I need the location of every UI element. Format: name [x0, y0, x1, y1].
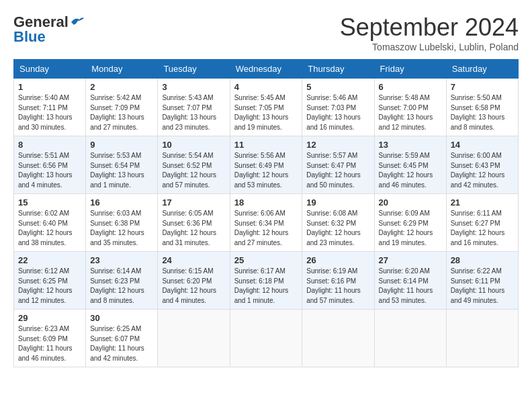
- day-number: 25: [234, 255, 298, 265]
- day-info: Sunrise: 6:22 AMSunset: 6:11 PMDaylight:…: [451, 267, 514, 306]
- calendar-day-cell: [230, 310, 302, 367]
- calendar-day-cell: 11Sunrise: 5:56 AMSunset: 6:49 PMDayligh…: [230, 136, 302, 194]
- day-number: 8: [18, 140, 81, 150]
- calendar-day-cell: 10Sunrise: 5:54 AMSunset: 6:52 PMDayligh…: [158, 136, 230, 194]
- day-number: 23: [90, 255, 153, 265]
- calendar-day-cell: 29Sunrise: 6:23 AMSunset: 6:09 PMDayligh…: [14, 310, 86, 367]
- calendar-day-cell: 25Sunrise: 6:17 AMSunset: 6:18 PMDayligh…: [230, 252, 302, 310]
- day-number: 21: [451, 197, 514, 208]
- day-info: Sunrise: 5:48 AMSunset: 7:00 PMDaylight:…: [379, 93, 442, 132]
- calendar-day-cell: 13Sunrise: 5:59 AMSunset: 6:45 PMDayligh…: [374, 136, 446, 194]
- day-number: 26: [306, 255, 369, 265]
- day-info: Sunrise: 5:53 AMSunset: 6:54 PMDaylight:…: [90, 151, 153, 190]
- day-number: 29: [18, 313, 81, 323]
- day-info: Sunrise: 6:05 AMSunset: 6:36 PMDaylight:…: [162, 209, 225, 248]
- col-header-sunday: Sunday: [14, 60, 86, 79]
- calendar-week-row: 29Sunrise: 6:23 AMSunset: 6:09 PMDayligh…: [14, 310, 519, 367]
- day-number: 3: [162, 82, 225, 92]
- day-info: Sunrise: 5:50 AMSunset: 6:58 PMDaylight:…: [451, 93, 514, 132]
- calendar-day-cell: 28Sunrise: 6:22 AMSunset: 6:11 PMDayligh…: [446, 252, 518, 310]
- calendar-day-cell: [374, 310, 446, 367]
- day-number: 2: [90, 82, 153, 92]
- calendar-week-row: 22Sunrise: 6:12 AMSunset: 6:25 PMDayligh…: [14, 252, 519, 310]
- calendar-day-cell: 5Sunrise: 5:46 AMSunset: 7:03 PMDaylight…: [302, 79, 374, 136]
- day-number: 18: [234, 197, 298, 208]
- calendar-day-cell: 20Sunrise: 6:09 AMSunset: 6:29 PMDayligh…: [374, 194, 446, 252]
- location-subtitle: Tomaszow Lubelski, Lublin, Poland: [340, 42, 519, 52]
- calendar-day-cell: 15Sunrise: 6:02 AMSunset: 6:40 PMDayligh…: [14, 194, 86, 252]
- day-info: Sunrise: 6:20 AMSunset: 6:14 PMDaylight:…: [379, 267, 442, 306]
- calendar-day-cell: 18Sunrise: 6:06 AMSunset: 6:34 PMDayligh…: [230, 194, 302, 252]
- calendar-day-cell: 16Sunrise: 6:03 AMSunset: 6:38 PMDayligh…: [86, 194, 158, 252]
- day-info: Sunrise: 6:15 AMSunset: 6:20 PMDaylight:…: [162, 267, 225, 306]
- calendar-day-cell: 24Sunrise: 6:15 AMSunset: 6:20 PMDayligh…: [158, 252, 230, 310]
- day-info: Sunrise: 6:00 AMSunset: 6:43 PMDaylight:…: [451, 151, 514, 190]
- title-area: September 2024 Tomaszow Lubelski, Lublin…: [340, 13, 519, 52]
- calendar-day-cell: [302, 310, 374, 367]
- calendar-day-cell: 19Sunrise: 6:08 AMSunset: 6:32 PMDayligh…: [302, 194, 374, 252]
- calendar-week-row: 15Sunrise: 6:02 AMSunset: 6:40 PMDayligh…: [14, 194, 519, 252]
- month-title: September 2024: [340, 13, 519, 42]
- day-number: 22: [18, 255, 81, 265]
- day-number: 16: [90, 197, 153, 208]
- calendar-day-cell: 17Sunrise: 6:05 AMSunset: 6:36 PMDayligh…: [158, 194, 230, 252]
- day-number: 12: [306, 140, 369, 150]
- day-info: Sunrise: 6:09 AMSunset: 6:29 PMDaylight:…: [379, 209, 442, 248]
- logo-blue-text: Blue: [13, 28, 46, 46]
- logo-bird-icon: [70, 15, 85, 29]
- day-number: 19: [306, 197, 369, 208]
- day-info: Sunrise: 6:25 AMSunset: 6:07 PMDaylight:…: [90, 324, 153, 363]
- calendar-day-cell: 8Sunrise: 5:51 AMSunset: 6:56 PMDaylight…: [14, 136, 86, 194]
- day-info: Sunrise: 6:12 AMSunset: 6:25 PMDaylight:…: [18, 267, 81, 306]
- day-info: Sunrise: 5:57 AMSunset: 6:47 PMDaylight:…: [306, 151, 369, 190]
- day-number: 9: [90, 140, 153, 150]
- day-info: Sunrise: 5:59 AMSunset: 6:45 PMDaylight:…: [379, 151, 442, 190]
- col-header-thursday: Thursday: [302, 60, 374, 79]
- day-info: Sunrise: 5:54 AMSunset: 6:52 PMDaylight:…: [162, 151, 225, 190]
- calendar-day-cell: 7Sunrise: 5:50 AMSunset: 6:58 PMDaylight…: [446, 79, 518, 136]
- day-info: Sunrise: 5:40 AMSunset: 7:11 PMDaylight:…: [18, 93, 81, 132]
- day-info: Sunrise: 6:11 AMSunset: 6:27 PMDaylight:…: [451, 209, 514, 248]
- calendar-day-cell: [446, 310, 518, 367]
- col-header-wednesday: Wednesday: [230, 60, 302, 79]
- day-number: 17: [162, 197, 225, 208]
- calendar-day-cell: 12Sunrise: 5:57 AMSunset: 6:47 PMDayligh…: [302, 136, 374, 194]
- col-header-monday: Monday: [86, 60, 158, 79]
- day-info: Sunrise: 6:08 AMSunset: 6:32 PMDaylight:…: [306, 209, 369, 248]
- day-info: Sunrise: 5:51 AMSunset: 6:56 PMDaylight:…: [18, 151, 81, 190]
- day-number: 30: [90, 313, 153, 323]
- day-number: 20: [379, 197, 442, 208]
- day-number: 24: [162, 255, 225, 265]
- calendar-day-cell: 22Sunrise: 6:12 AMSunset: 6:25 PMDayligh…: [14, 252, 86, 310]
- day-number: 14: [451, 140, 514, 150]
- page-header: General Blue September 2024 Tomaszow Lub…: [13, 13, 519, 52]
- calendar-day-cell: 4Sunrise: 5:45 AMSunset: 7:05 PMDaylight…: [230, 79, 302, 136]
- calendar-day-cell: [158, 310, 230, 367]
- calendar-table: SundayMondayTuesdayWednesdayThursdayFrid…: [13, 59, 519, 367]
- day-info: Sunrise: 5:46 AMSunset: 7:03 PMDaylight:…: [306, 93, 369, 132]
- day-number: 28: [451, 255, 514, 265]
- logo: General Blue: [13, 13, 85, 46]
- calendar-day-cell: 1Sunrise: 5:40 AMSunset: 7:11 PMDaylight…: [14, 79, 86, 136]
- day-info: Sunrise: 5:43 AMSunset: 7:07 PMDaylight:…: [162, 93, 225, 132]
- calendar-day-cell: 9Sunrise: 5:53 AMSunset: 6:54 PMDaylight…: [86, 136, 158, 194]
- col-header-tuesday: Tuesday: [158, 60, 230, 79]
- day-number: 5: [306, 82, 369, 92]
- calendar-day-cell: 21Sunrise: 6:11 AMSunset: 6:27 PMDayligh…: [446, 194, 518, 252]
- calendar-day-cell: 30Sunrise: 6:25 AMSunset: 6:07 PMDayligh…: [86, 310, 158, 367]
- calendar-day-cell: 26Sunrise: 6:19 AMSunset: 6:16 PMDayligh…: [302, 252, 374, 310]
- day-number: 10: [162, 140, 225, 150]
- calendar-day-cell: 27Sunrise: 6:20 AMSunset: 6:14 PMDayligh…: [374, 252, 446, 310]
- day-info: Sunrise: 5:45 AMSunset: 7:05 PMDaylight:…: [234, 93, 298, 132]
- calendar-day-cell: 23Sunrise: 6:14 AMSunset: 6:23 PMDayligh…: [86, 252, 158, 310]
- day-number: 1: [18, 82, 81, 92]
- day-number: 7: [451, 82, 514, 92]
- day-info: Sunrise: 6:14 AMSunset: 6:23 PMDaylight:…: [90, 267, 153, 306]
- day-info: Sunrise: 6:03 AMSunset: 6:38 PMDaylight:…: [90, 209, 153, 248]
- day-info: Sunrise: 6:19 AMSunset: 6:16 PMDaylight:…: [306, 267, 369, 306]
- calendar-week-row: 1Sunrise: 5:40 AMSunset: 7:11 PMDaylight…: [14, 79, 519, 136]
- day-number: 11: [234, 140, 298, 150]
- day-info: Sunrise: 6:23 AMSunset: 6:09 PMDaylight:…: [18, 324, 81, 363]
- day-info: Sunrise: 5:56 AMSunset: 6:49 PMDaylight:…: [234, 151, 298, 190]
- day-info: Sunrise: 5:42 AMSunset: 7:09 PMDaylight:…: [90, 93, 153, 132]
